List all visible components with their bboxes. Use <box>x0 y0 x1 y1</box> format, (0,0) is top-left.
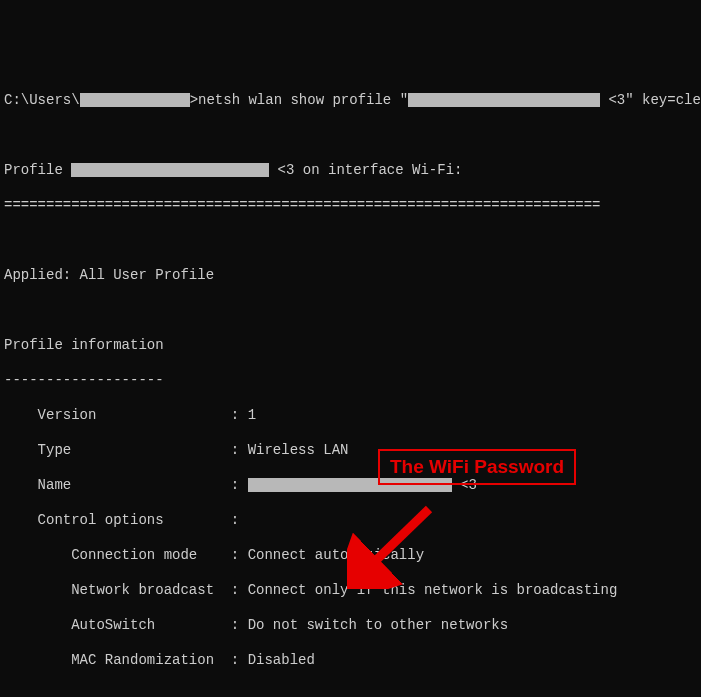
autoswitch-value: Do not switch to other networks <box>248 617 508 633</box>
type-value: Wireless LAN <box>248 442 349 458</box>
terminal-output: C:\Users\>netsh wlan show profile " <3" … <box>4 74 697 697</box>
section-dash: ------------------- <box>4 372 697 390</box>
profile-header-line: Profile <3 on interface Wi-Fi: <box>4 162 697 180</box>
section-title-profile-info: Profile information <box>4 337 697 355</box>
network-broadcast-value: Connect only if this network is broadcas… <box>248 582 618 598</box>
redacted-profile-arg <box>408 93 600 107</box>
version-value: 1 <box>248 407 256 423</box>
annotation-label: The WiFi Password <box>378 449 576 485</box>
connection-mode-value: Connect automatically <box>248 547 424 563</box>
redacted-username <box>80 93 190 107</box>
divider-line: ========================================… <box>4 197 697 215</box>
mac-randomization-value: Disabled <box>248 652 315 668</box>
applied-line: Applied: All User Profile <box>4 267 697 285</box>
command-line: C:\Users\>netsh wlan show profile " <3" … <box>4 92 697 110</box>
redacted-profile-name <box>71 163 269 177</box>
